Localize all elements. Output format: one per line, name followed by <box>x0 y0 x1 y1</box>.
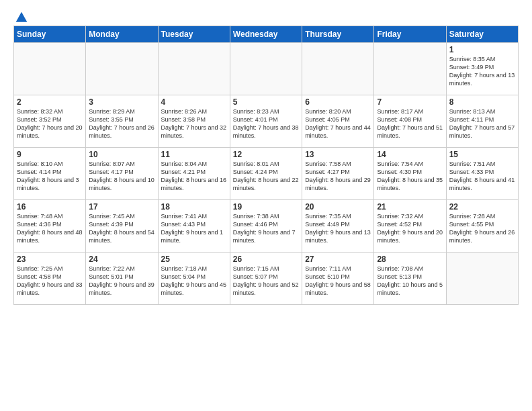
day-info: Sunrise: 7:38 AM Sunset: 4:46 PM Dayligh… <box>233 212 299 245</box>
day-info: Sunrise: 8:10 AM Sunset: 4:14 PM Dayligh… <box>17 160 83 193</box>
day-info: Sunrise: 8:35 AM Sunset: 3:49 PM Dayligh… <box>449 55 515 88</box>
day-info: Sunrise: 7:35 AM Sunset: 4:49 PM Dayligh… <box>305 212 371 245</box>
day-number: 11 <box>161 150 227 159</box>
day-info: Sunrise: 7:08 AM Sunset: 5:13 PM Dayligh… <box>377 265 443 298</box>
day-info: Sunrise: 8:23 AM Sunset: 4:01 PM Dayligh… <box>233 107 299 140</box>
calendar-header-sunday: Sunday <box>14 26 86 43</box>
calendar-cell: 15Sunrise: 7:51 AM Sunset: 4:33 PM Dayli… <box>446 148 518 200</box>
calendar-cell: 28Sunrise: 7:08 AM Sunset: 5:13 PM Dayli… <box>374 253 446 305</box>
calendar-header-thursday: Thursday <box>302 26 374 43</box>
calendar-week-row-2: 2Sunrise: 8:32 AM Sunset: 3:52 PM Daylig… <box>14 95 519 148</box>
calendar-cell: 2Sunrise: 8:32 AM Sunset: 3:52 PM Daylig… <box>14 95 86 148</box>
day-info: Sunrise: 7:22 AM Sunset: 5:01 PM Dayligh… <box>89 265 154 298</box>
calendar-cell: 14Sunrise: 7:54 AM Sunset: 4:30 PM Dayli… <box>374 148 446 200</box>
calendar-week-row-4: 16Sunrise: 7:48 AM Sunset: 4:36 PM Dayli… <box>14 200 519 253</box>
calendar-cell: 6Sunrise: 8:20 AM Sunset: 4:05 PM Daylig… <box>302 95 374 148</box>
calendar-cell: 21Sunrise: 7:32 AM Sunset: 4:52 PM Dayli… <box>374 200 446 253</box>
day-info: Sunrise: 7:15 AM Sunset: 5:07 PM Dayligh… <box>233 265 299 298</box>
calendar-cell: 11Sunrise: 8:04 AM Sunset: 4:21 PM Dayli… <box>158 148 230 200</box>
day-info: Sunrise: 8:13 AM Sunset: 4:11 PM Dayligh… <box>449 107 515 140</box>
day-number: 3 <box>89 97 154 107</box>
day-info: Sunrise: 8:07 AM Sunset: 4:17 PM Dayligh… <box>89 160 154 193</box>
calendar-cell: 10Sunrise: 8:07 AM Sunset: 4:17 PM Dayli… <box>86 148 158 200</box>
header <box>13 11 519 20</box>
day-number: 13 <box>305 150 371 159</box>
day-number: 16 <box>17 202 83 212</box>
day-number: 18 <box>161 202 227 212</box>
calendar-cell: 1Sunrise: 8:35 AM Sunset: 3:49 PM Daylig… <box>446 43 518 95</box>
day-number: 26 <box>233 255 299 264</box>
day-number: 10 <box>89 150 154 159</box>
calendar-header-tuesday: Tuesday <box>158 26 230 43</box>
day-number: 22 <box>449 202 515 212</box>
day-number: 27 <box>305 255 371 264</box>
day-info: Sunrise: 8:32 AM Sunset: 3:52 PM Dayligh… <box>17 107 83 140</box>
day-info: Sunrise: 8:29 AM Sunset: 3:55 PM Dayligh… <box>89 107 154 140</box>
day-number: 17 <box>89 202 154 212</box>
calendar-table: SundayMondayTuesdayWednesdayThursdayFrid… <box>13 26 519 305</box>
day-info: Sunrise: 8:01 AM Sunset: 4:24 PM Dayligh… <box>233 160 299 193</box>
calendar-cell: 9Sunrise: 8:10 AM Sunset: 4:14 PM Daylig… <box>14 148 86 200</box>
calendar-cell <box>446 253 518 305</box>
calendar-cell: 25Sunrise: 7:18 AM Sunset: 5:04 PM Dayli… <box>158 253 230 305</box>
day-info: Sunrise: 8:26 AM Sunset: 3:58 PM Dayligh… <box>161 107 227 140</box>
calendar-header-saturday: Saturday <box>446 26 518 43</box>
calendar-cell: 22Sunrise: 7:28 AM Sunset: 4:55 PM Dayli… <box>446 200 518 253</box>
calendar-cell: 18Sunrise: 7:41 AM Sunset: 4:43 PM Dayli… <box>158 200 230 253</box>
page: SundayMondayTuesdayWednesdayThursdayFrid… <box>0 0 532 411</box>
day-info: Sunrise: 7:51 AM Sunset: 4:33 PM Dayligh… <box>449 160 515 193</box>
calendar-cell <box>158 43 230 95</box>
day-info: Sunrise: 8:20 AM Sunset: 4:05 PM Dayligh… <box>305 107 371 140</box>
day-number: 15 <box>449 150 515 159</box>
day-info: Sunrise: 7:54 AM Sunset: 4:30 PM Dayligh… <box>377 160 443 193</box>
day-number: 12 <box>233 150 299 159</box>
calendar-cell: 4Sunrise: 8:26 AM Sunset: 3:58 PM Daylig… <box>158 95 230 148</box>
calendar-cell: 3Sunrise: 8:29 AM Sunset: 3:55 PM Daylig… <box>86 95 158 148</box>
calendar-cell: 8Sunrise: 8:13 AM Sunset: 4:11 PM Daylig… <box>446 95 518 148</box>
day-number: 5 <box>233 97 299 107</box>
day-number: 23 <box>17 255 83 264</box>
calendar-cell: 23Sunrise: 7:25 AM Sunset: 4:58 PM Dayli… <box>14 253 86 305</box>
calendar-cell <box>230 43 302 95</box>
calendar-cell <box>374 43 446 95</box>
day-number: 25 <box>161 255 227 264</box>
day-number: 7 <box>377 97 443 107</box>
calendar-header-wednesday: Wednesday <box>230 26 302 43</box>
day-number: 4 <box>161 97 227 107</box>
calendar-week-row-3: 9Sunrise: 8:10 AM Sunset: 4:14 PM Daylig… <box>14 148 519 200</box>
day-info: Sunrise: 7:28 AM Sunset: 4:55 PM Dayligh… <box>449 212 515 245</box>
calendar-cell: 20Sunrise: 7:35 AM Sunset: 4:49 PM Dayli… <box>302 200 374 253</box>
day-info: Sunrise: 8:17 AM Sunset: 4:08 PM Dayligh… <box>377 107 443 140</box>
logo-icon <box>15 11 28 24</box>
day-info: Sunrise: 7:11 AM Sunset: 5:10 PM Dayligh… <box>305 265 371 298</box>
calendar-cell: 12Sunrise: 8:01 AM Sunset: 4:24 PM Dayli… <box>230 148 302 200</box>
day-info: Sunrise: 7:25 AM Sunset: 4:58 PM Dayligh… <box>17 265 83 298</box>
calendar-cell: 17Sunrise: 7:45 AM Sunset: 4:39 PM Dayli… <box>86 200 158 253</box>
calendar-cell: 26Sunrise: 7:15 AM Sunset: 5:07 PM Dayli… <box>230 253 302 305</box>
day-number: 2 <box>17 97 83 107</box>
calendar-cell: 27Sunrise: 7:11 AM Sunset: 5:10 PM Dayli… <box>302 253 374 305</box>
day-number: 1 <box>449 45 515 54</box>
calendar-header-monday: Monday <box>86 26 158 43</box>
calendar-cell <box>302 43 374 95</box>
day-info: Sunrise: 8:04 AM Sunset: 4:21 PM Dayligh… <box>161 160 227 193</box>
calendar-cell: 7Sunrise: 8:17 AM Sunset: 4:08 PM Daylig… <box>374 95 446 148</box>
day-number: 28 <box>377 255 443 264</box>
calendar-cell: 19Sunrise: 7:38 AM Sunset: 4:46 PM Dayli… <box>230 200 302 253</box>
calendar-cell: 13Sunrise: 7:58 AM Sunset: 4:27 PM Dayli… <box>302 148 374 200</box>
calendar-cell: 5Sunrise: 8:23 AM Sunset: 4:01 PM Daylig… <box>230 95 302 148</box>
day-info: Sunrise: 7:18 AM Sunset: 5:04 PM Dayligh… <box>161 265 227 298</box>
calendar-header-friday: Friday <box>374 26 446 43</box>
day-number: 19 <box>233 202 299 212</box>
logo <box>13 11 28 20</box>
day-info: Sunrise: 7:32 AM Sunset: 4:52 PM Dayligh… <box>377 212 443 245</box>
day-info: Sunrise: 7:45 AM Sunset: 4:39 PM Dayligh… <box>89 212 154 245</box>
svg-marker-0 <box>16 12 28 22</box>
day-number: 20 <box>305 202 371 212</box>
calendar-cell <box>86 43 158 95</box>
day-number: 24 <box>89 255 154 264</box>
day-number: 14 <box>377 150 443 159</box>
calendar-cell <box>14 43 86 95</box>
day-number: 21 <box>377 202 443 212</box>
calendar-week-row-5: 23Sunrise: 7:25 AM Sunset: 4:58 PM Dayli… <box>14 253 519 305</box>
